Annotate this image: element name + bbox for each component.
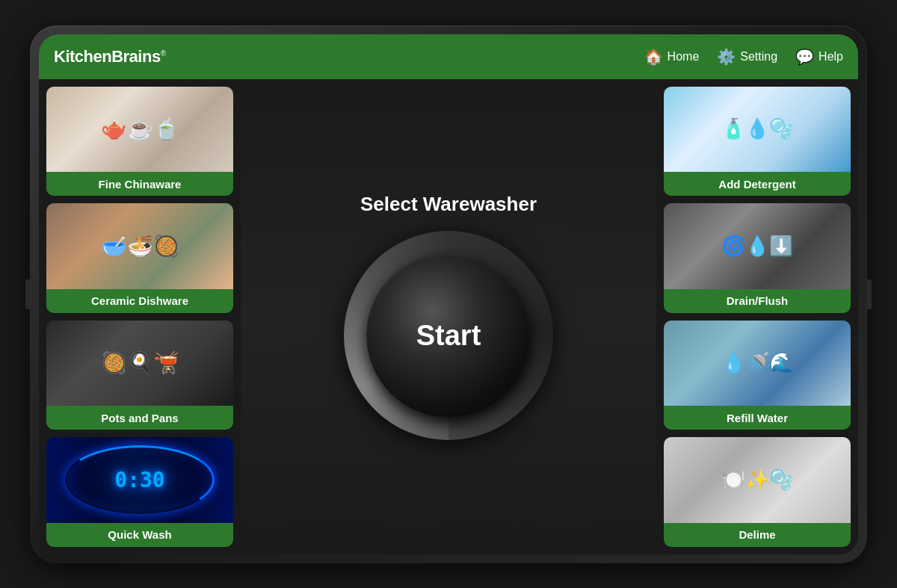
pots-and-pans-option[interactable]: Pots and Pans bbox=[45, 319, 235, 432]
drain-flush-image bbox=[664, 203, 851, 289]
add-detergent-option[interactable]: Add Detergent bbox=[662, 85, 852, 198]
home-icon: 🏠 bbox=[644, 48, 663, 66]
fine-chinaware-image bbox=[46, 87, 233, 173]
gear-icon: ⚙️ bbox=[717, 48, 736, 66]
start-button[interactable]: Start bbox=[366, 253, 531, 418]
logo-sup: ® bbox=[161, 49, 166, 57]
select-title: Select Warewasher bbox=[360, 193, 537, 216]
refill-water-label: Refill Water bbox=[664, 406, 851, 430]
tablet-device: KitchenBrains® 🏠 Home ⚙️ Setting 💬 Help bbox=[30, 25, 867, 563]
home-label: Home bbox=[668, 50, 700, 64]
app-logo: KitchenBrains® bbox=[54, 47, 166, 66]
start-button-container: Start bbox=[344, 231, 553, 440]
drain-flush-option[interactable]: Drain/Flush bbox=[662, 202, 852, 315]
tablet-screen: KitchenBrains® 🏠 Home ⚙️ Setting 💬 Help bbox=[39, 34, 858, 554]
add-detergent-label: Add Detergent bbox=[664, 172, 851, 196]
settings-label: Setting bbox=[740, 50, 777, 64]
delime-image bbox=[664, 437, 851, 523]
quick-wash-label: Quick Wash bbox=[46, 523, 233, 547]
center-panel: Select Warewasher Start bbox=[241, 79, 656, 554]
header: KitchenBrains® 🏠 Home ⚙️ Setting 💬 Help bbox=[39, 34, 858, 79]
help-icon: 💬 bbox=[795, 48, 814, 66]
ceramic-dishware-option[interactable]: Ceramic Dishware bbox=[45, 202, 235, 315]
ceramic-dishware-image bbox=[46, 203, 233, 289]
refill-water-image bbox=[664, 321, 851, 406]
fine-chinaware-option[interactable]: Fine Chinaware bbox=[45, 85, 235, 198]
help-label: Help bbox=[819, 50, 843, 64]
delime-label: Delime bbox=[664, 523, 851, 547]
left-panel: Fine Chinaware Ceramic Dishware Pots and… bbox=[39, 79, 241, 554]
logo-text: KitchenBrains bbox=[54, 47, 161, 66]
delime-option[interactable]: Delime bbox=[662, 436, 852, 548]
start-label: Start bbox=[416, 320, 481, 352]
ceramic-dishware-label: Ceramic Dishware bbox=[46, 289, 233, 313]
drain-flush-label: Drain/Flush bbox=[664, 289, 851, 313]
settings-nav[interactable]: ⚙️ Setting bbox=[717, 48, 777, 66]
help-nav[interactable]: 💬 Help bbox=[795, 48, 843, 66]
timer-value: 0:30 bbox=[114, 468, 164, 492]
quick-wash-option[interactable]: 0:30 Quick Wash bbox=[45, 436, 235, 548]
fine-chinaware-label: Fine Chinaware bbox=[46, 172, 233, 196]
pots-and-pans-image bbox=[46, 321, 233, 406]
add-detergent-image bbox=[664, 87, 851, 173]
home-nav[interactable]: 🏠 Home bbox=[644, 48, 700, 66]
refill-water-option[interactable]: Refill Water bbox=[662, 319, 852, 432]
main-content: Fine Chinaware Ceramic Dishware Pots and… bbox=[39, 79, 858, 554]
right-panel: Add Detergent Drain/Flush Refill Water D… bbox=[656, 79, 858, 554]
quick-wash-image: 0:30 bbox=[46, 437, 233, 523]
pots-and-pans-label: Pots and Pans bbox=[46, 406, 233, 430]
nav-bar: 🏠 Home ⚙️ Setting 💬 Help bbox=[644, 48, 843, 66]
